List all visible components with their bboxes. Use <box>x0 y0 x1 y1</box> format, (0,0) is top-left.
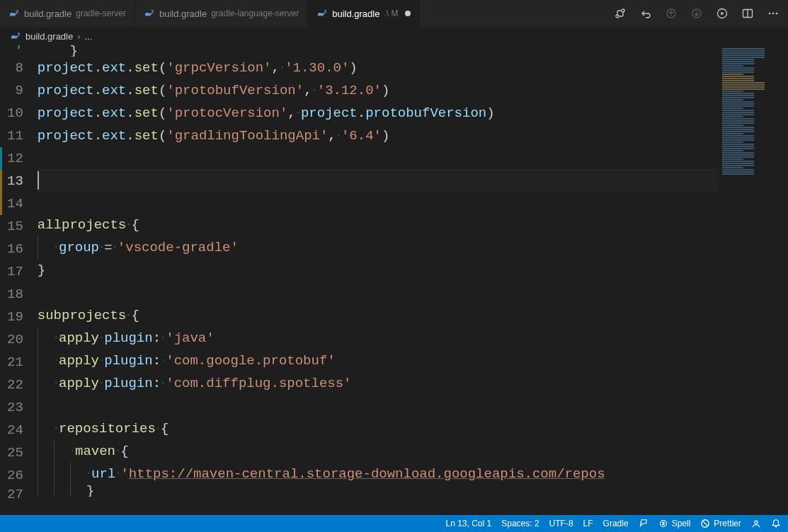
code-line[interactable]: ·url·'https://maven-central.storage-down… <box>38 463 719 485</box>
status-account-icon[interactable] <box>751 519 761 528</box>
gradle-file-icon <box>316 8 328 19</box>
status-encoding[interactable]: UTF-8 <box>549 519 573 528</box>
svg-point-9 <box>776 13 778 15</box>
code-line[interactable]: ·apply·plugin:·'java' <box>38 327 719 349</box>
next-change-icon[interactable] <box>689 6 704 21</box>
breadcrumb-rest: ... <box>85 31 93 42</box>
split-editor-icon[interactable] <box>740 6 755 21</box>
tab-suffix: gradle-language-server <box>211 8 299 18</box>
svg-point-7 <box>769 13 771 15</box>
code-line[interactable]: } <box>38 485 719 497</box>
svg-point-13 <box>755 521 758 524</box>
status-language[interactable]: Gradle <box>603 519 629 528</box>
code-line[interactable]: project.ext.set('protobufVersion',·'3.12… <box>38 79 719 102</box>
code-line[interactable]: project.ext.set('protocVersion',·project… <box>38 102 719 125</box>
tab-suffix: .\ M <box>384 8 398 18</box>
prev-change-icon[interactable] <box>663 6 679 21</box>
chevron-right-icon: › <box>77 31 80 42</box>
tab-bar: build.gradlegradle-serverbuild.gradlegra… <box>0 0 788 27</box>
gradle-file-icon <box>8 8 20 19</box>
breadcrumb-file: build.gradle <box>25 31 73 42</box>
breadcrumb[interactable]: build.gradle › ... <box>0 27 788 45</box>
code-line[interactable]: } <box>38 259 719 282</box>
run-icon[interactable] <box>714 6 730 21</box>
code-editor[interactable]: 789101112131415161718192021222324252627 … <box>3 45 719 515</box>
code-line[interactable] <box>38 169 719 192</box>
code-line[interactable]: ·apply·plugin:·'com.google.protobuf' <box>38 349 719 372</box>
code-line[interactable]: project.ext.set('gradlingToolingApi',·'6… <box>38 125 719 147</box>
editor-actions <box>605 0 788 27</box>
status-bell-icon[interactable] <box>771 519 781 528</box>
gradle-file-icon <box>144 8 155 19</box>
minimap[interactable] <box>719 45 788 515</box>
code-line[interactable] <box>38 147 719 170</box>
code-line[interactable]: project.ext.set('grpcVersion',·'1.30.0') <box>38 57 719 79</box>
modified-indicator-icon <box>405 11 411 16</box>
code-line[interactable] <box>38 191 719 214</box>
code-line[interactable] <box>38 282 719 304</box>
code-line[interactable]: ·maven·{ <box>38 440 719 463</box>
code-content[interactable]: }project.ext.set('grpcVersion',·'1.30.0'… <box>38 45 719 515</box>
line-number-gutter: 789101112131415161718192021222324252627 <box>3 45 38 515</box>
svg-point-0 <box>616 15 619 18</box>
svg-point-1 <box>622 9 624 12</box>
tab-filename: build.gradle <box>332 8 379 19</box>
gradle-file-icon <box>10 30 21 42</box>
code-line[interactable]: subprojects·{ <box>38 304 719 327</box>
code-line[interactable]: ·repositories·{ <box>38 417 719 440</box>
tab-filename: build.gradle <box>159 8 207 19</box>
compare-changes-icon[interactable] <box>612 6 628 21</box>
code-line[interactable] <box>38 395 719 417</box>
editor-tab[interactable]: build.gradle.\ M <box>308 0 420 27</box>
editor-area: 789101112131415161718192021222324252627 … <box>0 45 788 515</box>
more-actions-icon[interactable] <box>765 6 781 21</box>
svg-point-8 <box>772 13 775 15</box>
tab-filename: build.gradle <box>24 8 72 19</box>
status-eol[interactable]: LF <box>583 519 593 528</box>
status-indentation[interactable]: Spaces: 2 <box>501 519 539 528</box>
status-feedback-icon[interactable] <box>639 519 649 528</box>
status-spell[interactable]: Spell <box>658 519 691 528</box>
code-line[interactable]: allprojects·{ <box>38 214 719 236</box>
editor-tab[interactable]: build.gradlegradle-server <box>0 0 135 27</box>
status-bar: Ln 13, Col 1 Spaces: 2 UTF-8 LF Gradle S… <box>0 515 788 532</box>
status-prettier[interactable]: Prettier <box>700 519 741 528</box>
editor-tab[interactable]: build.gradlegradle-language-server <box>135 0 308 27</box>
svg-line-12 <box>703 521 708 526</box>
code-line[interactable]: ·apply·plugin:·'com.diffplug.spotless' <box>38 372 719 395</box>
code-line[interactable]: ·group·=·'vscode-gradle' <box>38 236 719 259</box>
revert-icon[interactable] <box>638 6 653 21</box>
status-cursor-position[interactable]: Ln 13, Col 1 <box>445 519 491 528</box>
tab-suffix: gradle-server <box>76 8 126 18</box>
code-line[interactable]: } <box>38 45 719 57</box>
